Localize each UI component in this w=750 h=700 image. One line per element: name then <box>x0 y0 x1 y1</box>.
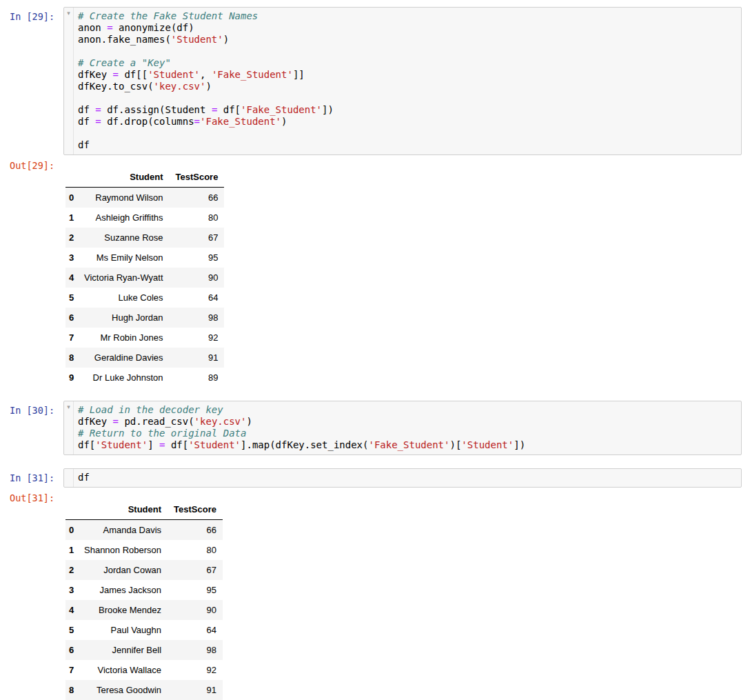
code-line: # Load in the decoder key <box>78 404 223 415</box>
cell-value: 64 <box>170 288 225 308</box>
column-header: Student <box>78 167 170 188</box>
code-token-string: 'Fake_Student' <box>368 439 449 450</box>
code-line: anon = anonymize(df) <box>78 22 194 33</box>
code-token-comment: # Load in the decoder key <box>78 404 223 415</box>
code-token-plain: ]] <box>293 69 305 80</box>
code-line: # Create the Fake Student Names <box>78 10 258 21</box>
cell-value: 98 <box>170 308 225 328</box>
code-editor[interactable]: # Create the Fake Student Names anon = a… <box>74 8 741 154</box>
output-prompt: Out[31]: <box>10 491 63 504</box>
input-prompt: In [29]: <box>10 7 63 23</box>
code-line: df['Student'] = df['Student'].map(dfKey.… <box>78 439 525 450</box>
cell-value: 95 <box>170 248 225 268</box>
code-editor[interactable]: df <box>74 469 741 487</box>
output-area: StudentTestScore0Raymond Wilson661Ashlei… <box>63 159 224 388</box>
cell-value: Jennifer Bell <box>78 640 168 660</box>
table-row: 4Brooke Mendez90 <box>65 600 223 620</box>
fold-arrow-icon[interactable]: ▾ <box>64 403 73 411</box>
cell-value: Mr Robin Jones <box>78 328 170 348</box>
cell-value: 67 <box>170 228 225 248</box>
code-token-plain: df[ <box>217 104 241 115</box>
cell-value: 89 <box>170 368 225 388</box>
dataframe-table: StudentTestScore0Raymond Wilson661Ashlei… <box>65 167 224 388</box>
code-token-plain: df <box>78 104 95 115</box>
fold-arrow-icon[interactable]: ▾ <box>64 10 73 17</box>
table-row: 8Geraldine Davies91 <box>65 348 224 368</box>
cell-value: Raymond Wilson <box>78 188 170 208</box>
code-token-operator: = <box>113 69 119 80</box>
row-index: 3 <box>65 248 78 268</box>
table-row: 8Teresa Goodwin91 <box>65 680 223 700</box>
code-input-area[interactable]: df <box>63 468 742 488</box>
code-token-plain: df <box>78 116 95 127</box>
input-prompt: In [30]: <box>10 401 63 417</box>
code-token-plain: anonymize(df) <box>113 22 194 33</box>
cell-value: 64 <box>168 620 223 640</box>
cell-value: 92 <box>170 328 225 348</box>
code-token-plain: , <box>200 69 212 80</box>
row-index: 7 <box>65 660 78 680</box>
table-row: 4Victoria Ryan-Wyatt90 <box>65 268 224 288</box>
table-row: 6Jennifer Bell98 <box>65 640 223 660</box>
code-token-string: 'Student' <box>171 34 223 45</box>
code-token-operator: = <box>113 416 119 427</box>
cell-value: 80 <box>168 540 223 560</box>
cell-value: Paul Vaughn <box>78 620 168 640</box>
cell-value: Dr Luke Johnston <box>78 368 170 388</box>
code-token-string: 'Student' <box>188 439 241 450</box>
input-row: In [31]:df <box>10 468 742 488</box>
input-row: In [29]:▾# Create the Fake Student Names… <box>10 7 742 155</box>
code-token-operator: = <box>194 116 200 127</box>
cell-value: Brooke Mendez <box>78 600 168 620</box>
table-row: 2Jordan Cowan67 <box>65 560 223 580</box>
code-token-plain: pd.read_csv( <box>119 416 194 427</box>
code-input-area[interactable]: ▾# Load in the decoder key dfKey = pd.re… <box>63 401 742 455</box>
row-index: 5 <box>65 288 78 308</box>
row-index: 3 <box>65 580 78 600</box>
output-area: StudentTestScore0Amanda Davis661Shannon … <box>63 491 223 700</box>
code-line: df = df.drop(columns='Fake_Student') <box>78 116 287 127</box>
code-input-area[interactable]: ▾# Create the Fake Student Names anon = … <box>63 7 742 155</box>
code-token-plain: )[ <box>449 439 461 450</box>
cell-value: Amanda Davis <box>78 520 168 541</box>
code-token-plain: df <box>78 139 90 150</box>
code-token-plain: dfKey <box>78 69 113 80</box>
cell-value: 95 <box>168 580 223 600</box>
code-token-string: 'Fake_Student' <box>241 104 322 115</box>
code-token-plain: df[ <box>165 439 188 450</box>
table-row: 1Ashleigh Griffiths80 <box>65 208 224 228</box>
column-header: Student <box>78 499 168 520</box>
code-token-plain: ] <box>148 439 159 450</box>
code-line: dfKey = pd.read_csv('key.csv') <box>78 416 252 427</box>
code-line: df = df.assign(Student = df['Fake_Studen… <box>78 104 334 115</box>
cell-value: 91 <box>168 680 223 700</box>
row-index: 0 <box>65 188 78 208</box>
row-index: 9 <box>65 368 78 388</box>
table-row: 0Raymond Wilson66 <box>65 188 224 208</box>
code-editor[interactable]: # Load in the decoder key dfKey = pd.rea… <box>74 401 741 454</box>
cell-value: Ms Emily Nelson <box>78 248 170 268</box>
table-body: 0Raymond Wilson661Ashleigh Griffiths802S… <box>65 188 224 388</box>
table-row: 2Suzanne Rose67 <box>65 228 224 248</box>
cell-value: Ashleigh Griffiths <box>78 208 170 228</box>
code-line: dfKey = df[['Student', 'Fake_Student']] <box>78 69 305 80</box>
notebook: In [29]:▾# Create the Fake Student Names… <box>10 7 742 700</box>
code-token-operator: = <box>107 22 112 33</box>
fold-gutter: ▾ <box>64 8 74 154</box>
row-index: 2 <box>65 228 78 248</box>
code-token-string: 'Fake_Student' <box>212 69 293 80</box>
row-index: 6 <box>65 308 78 328</box>
cell-value: 80 <box>170 208 225 228</box>
output-prompt: Out[29]: <box>10 159 63 172</box>
notebook-cell: In [29]:▾# Create the Fake Student Names… <box>10 7 742 388</box>
code-line: dfKey.to_csv('key.csv') <box>78 81 212 92</box>
code-token-operator: = <box>95 104 101 115</box>
code-token-plain: anon.fake_names( <box>78 34 171 45</box>
code-token-string: 'Student' <box>461 439 514 450</box>
column-header: TestScore <box>168 499 223 520</box>
code-token-plain: ) <box>205 81 211 92</box>
notebook-cell: In [31]:dfOut[31]:StudentTestScore0Amand… <box>10 468 742 700</box>
cell-value: James Jackson <box>78 580 168 600</box>
cell-value: 66 <box>168 520 223 541</box>
cell-value: Victoria Wallace <box>78 660 168 680</box>
